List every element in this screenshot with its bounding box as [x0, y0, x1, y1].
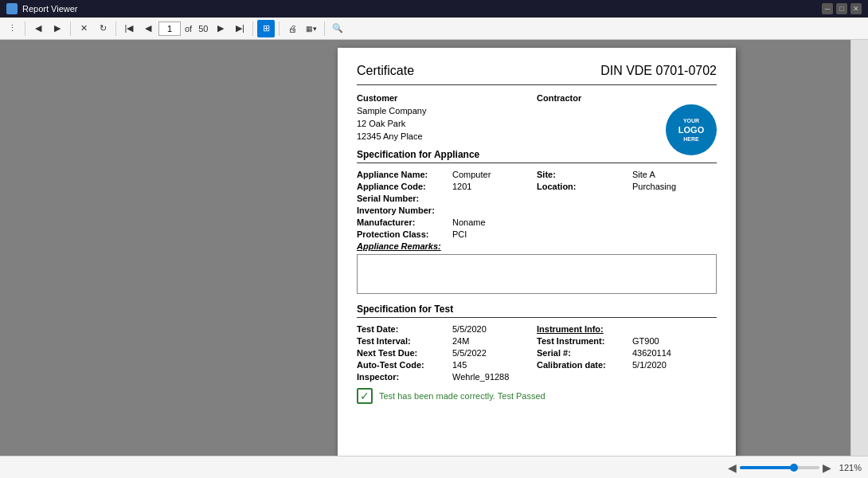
close-button[interactable]: ✕ [850, 3, 862, 14]
inventory-number-label: Inventory Number: [357, 206, 452, 215]
contractor-label: Contractor [537, 93, 581, 103]
cert-title: Certificate [357, 64, 414, 78]
separator-3 [115, 22, 116, 36]
print-button[interactable]: 🖨 [283, 20, 301, 37]
auto-test-code-value: 145 [452, 360, 467, 370]
maximize-button[interactable]: □ [836, 3, 847, 14]
test-interval-label: Test Interval: [357, 336, 452, 346]
zoom-out-button[interactable]: ◀ [728, 461, 737, 474]
protection-class-row: Protection Class: PCI [357, 229, 717, 239]
manufacturer-value: Noname [452, 217, 486, 227]
test-date-row: Test Date: 5/5/2020 Instrument Info: [357, 324, 717, 334]
logo-placeholder: YOUR LOGO HERE [666, 104, 717, 155]
zoom-slider[interactable] [740, 466, 819, 469]
customer-label: Customer [357, 93, 397, 103]
appliance-remarks-label: Appliance Remarks: [357, 241, 452, 251]
protection-class-col: Protection Class: PCI [357, 229, 537, 239]
test-instrument-label: Test Instrument: [537, 336, 632, 346]
view-toggle-button[interactable]: ⊞ [257, 20, 275, 37]
appliance-code-label: Appliance Code: [357, 182, 452, 191]
zoom-slider-thumb[interactable] [790, 464, 798, 472]
inspector-col: Inspector: Wehrle_91288 [357, 372, 537, 382]
first-page-button[interactable]: |◀ [120, 20, 138, 37]
customer-section: Customer Contractor Sample Company 12 Oa… [357, 93, 717, 141]
nav-back-button[interactable]: ◀ [29, 20, 47, 37]
separator-4 [252, 22, 253, 36]
auto-test-code-row: Auto-Test Code: 145 Calibration date: 5/… [357, 360, 717, 370]
toolbar: ⋮ ◀ ▶ ✕ ↻ |◀ ◀ 1 of 50 ▶ ▶| ⊞ 🖨 ▦▾ 🔍 [0, 18, 868, 40]
separator-5 [279, 22, 280, 36]
test-interval-row: Test Interval: 24M Test Instrument: GT90… [357, 336, 717, 346]
instrument-info-label: Instrument Info: [537, 324, 604, 334]
next-test-due-value: 5/5/2022 [452, 348, 487, 358]
location-value: Purchasing [632, 182, 676, 191]
company-name-col: Sample Company [357, 106, 537, 116]
zoom-in-button[interactable]: ▶ [823, 461, 831, 474]
appliance-code-row: Appliance Code: 1201 Location: Purchasin… [357, 182, 717, 191]
logo-text-your: YOUR [683, 117, 699, 124]
page-number-input[interactable]: 1 [158, 22, 181, 36]
minimize-button[interactable]: ─ [822, 3, 833, 14]
pass-status-row: ✓ Test has been made correctly. Test Pas… [357, 388, 717, 404]
inventory-number-col: Inventory Number: [357, 206, 537, 215]
app-title: Report Viewer [22, 4, 78, 14]
serial-hash-value: 43620114 [632, 348, 671, 358]
site-label: Site: [537, 170, 632, 179]
inspector-label: Inspector: [357, 372, 452, 382]
next-test-due-col: Next Test Due: 5/5/2022 [357, 348, 537, 358]
right-panel [850, 40, 868, 456]
cc-header-row: Customer Contractor [357, 93, 717, 103]
serial-number-label: Serial Number: [357, 194, 452, 203]
inspector-row: Inspector: Wehrle_91288 [357, 372, 717, 382]
pass-message: Test has been made correctly. Test Passe… [379, 391, 545, 401]
appliance-code-col: Appliance Code: 1201 [357, 182, 537, 191]
address-line1: 12 Oak Park [357, 119, 405, 128]
cert-standard: DIN VDE 0701-0702 [600, 64, 717, 78]
address-row2: 12345 Any Place [357, 131, 717, 141]
protection-class-label: Protection Class: [357, 229, 452, 239]
logo-text-logo: LOGO [678, 124, 704, 135]
stop-button[interactable]: ✕ [75, 20, 92, 37]
spec-test-heading: Specification for Test [357, 304, 717, 318]
logo-text-here: HERE [683, 135, 698, 143]
last-page-button[interactable]: ▶| [231, 20, 248, 37]
separator-2 [70, 22, 71, 36]
test-date-value: 5/5/2020 [452, 324, 487, 334]
appliance-name-col: Appliance Name: Computer [357, 170, 537, 179]
test-date-col: Test Date: 5/5/2020 [357, 324, 537, 334]
address-row1: 12 Oak Park [357, 119, 717, 128]
test-date-label: Test Date: [357, 324, 452, 334]
manufacturer-col: Manufacturer: Noname [357, 217, 537, 227]
calibration-date-col: Calibration date: 5/1/2020 [537, 360, 717, 370]
manufacturer-label: Manufacturer: [357, 217, 452, 227]
serial-hash-label: Serial #: [537, 348, 632, 358]
appliance-name-row: Appliance Name: Computer Site: Site A [357, 170, 717, 179]
protection-class-value: PCI [452, 229, 467, 239]
next-test-due-label: Next Test Due: [357, 348, 452, 358]
zoom-slider-fill [740, 466, 794, 469]
page-total-label: 50 [198, 24, 208, 33]
nav-forward-button[interactable]: ▶ [49, 20, 66, 37]
contractor-col: Contractor [537, 93, 717, 103]
app-icon [6, 3, 18, 14]
page-of-label: of [185, 24, 192, 33]
customer-col: Customer [357, 93, 537, 103]
export-button[interactable]: ▦▾ [303, 20, 320, 37]
next-page-button[interactable]: ▶ [212, 20, 229, 37]
search-button[interactable]: 🔍 [329, 20, 346, 37]
prev-page-button[interactable]: ◀ [139, 20, 157, 37]
address-line2-col: 12345 Any Place [357, 131, 537, 141]
title-bar: Report Viewer ─ □ ✕ [0, 0, 868, 18]
site-value: Site A [632, 170, 655, 179]
inspector-value: Wehrle_91288 [452, 372, 509, 382]
zoom-percent-label: 121% [839, 463, 862, 472]
main-area: Certificate DIN VDE 0701-0702 Customer C… [0, 40, 868, 456]
calibration-date-value: 5/1/2020 [632, 360, 667, 370]
calibration-date-label: Calibration date: [537, 360, 632, 370]
location-col: Location: Purchasing [537, 182, 717, 191]
toolbar-menu-button[interactable]: ⋮ [3, 20, 21, 37]
test-instrument-col: Test Instrument: GT900 [537, 336, 717, 346]
status-bar: ◀ ▶ 121% [0, 456, 868, 478]
refresh-button[interactable]: ↻ [94, 20, 111, 37]
appliance-remarks-box [357, 254, 717, 294]
